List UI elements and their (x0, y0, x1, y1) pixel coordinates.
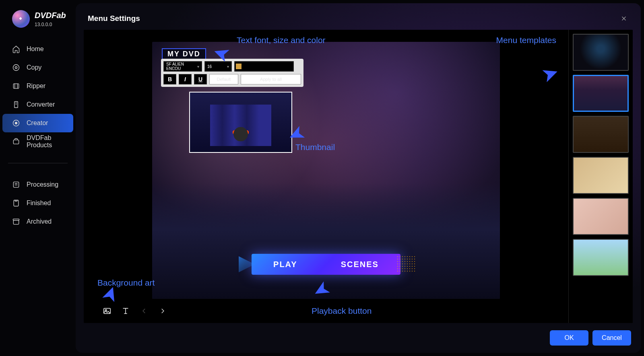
bottom-toolbar (96, 303, 556, 319)
default-button[interactable]: Default (209, 74, 238, 84)
nav-label: DVDFab Products (27, 134, 64, 149)
creator-icon (12, 119, 20, 127)
text-tool-button[interactable] (121, 306, 130, 316)
archived-icon (12, 218, 20, 226)
template-item[interactable] (573, 157, 629, 194)
svg-point-0 (13, 65, 19, 71)
nav-label: Archived (27, 218, 52, 225)
nav-item-processing[interactable]: Processing (0, 175, 76, 194)
nav-label: Creator (27, 119, 48, 127)
close-button[interactable] (619, 14, 629, 23)
arrow-icon: ➤ (96, 282, 124, 305)
template-item[interactable] (573, 75, 629, 112)
sidebar: DVDFab 13.0.0.0 Home Copy Ripper Convert… (0, 0, 76, 356)
copy-icon (12, 64, 20, 72)
nav-item-home[interactable]: Home (0, 40, 76, 58)
dvd-title-text[interactable]: MY DVD (162, 48, 206, 60)
image-icon (103, 307, 111, 315)
svg-rect-9 (13, 220, 19, 224)
nav-primary: Home Copy Ripper Converter Creator DVDFa… (0, 36, 76, 155)
template-item[interactable] (573, 198, 629, 235)
products-icon (12, 138, 20, 146)
template-item[interactable] (573, 34, 629, 71)
playback-button-bar[interactable]: PLAY SCENES (252, 254, 400, 275)
nav-label: Processing (27, 181, 58, 188)
annotation-background-art: Background art (97, 278, 155, 288)
svg-point-1 (15, 67, 17, 69)
app-version: 13.0.0.0 (35, 22, 66, 27)
app-logo (12, 10, 30, 28)
app-name: DVDFab (35, 11, 66, 20)
bold-button[interactable]: B (163, 74, 176, 84)
menu-settings-dialog: Menu Settings Text font, size and color … (76, 3, 641, 353)
dialog-title: Menu Settings (88, 14, 140, 23)
template-item[interactable] (573, 239, 629, 276)
dialog-header: Menu Settings (84, 11, 633, 30)
home-icon (12, 45, 20, 53)
nav-secondary: Processing Finished Archived (0, 171, 76, 235)
thumbnail-image (190, 93, 291, 152)
video-thumbnail[interactable] (189, 92, 292, 153)
template-list (568, 30, 633, 323)
nav-item-converter[interactable]: Converter (0, 95, 76, 114)
svg-rect-10 (13, 219, 19, 220)
text-icon (121, 307, 130, 315)
arrow-icon: ➤ (538, 60, 562, 88)
font-select[interactable]: SF ALIEN ENCOU (163, 61, 202, 72)
svg-rect-7 (13, 182, 19, 187)
italic-button[interactable]: I (179, 74, 192, 84)
svg-rect-6 (13, 140, 19, 144)
nav-label: Finished (27, 200, 51, 207)
nav-separator (8, 163, 68, 163)
underline-button[interactable]: U (194, 74, 207, 84)
brand-block: DVDFab 13.0.0.0 (0, 10, 76, 36)
nav-item-archived[interactable]: Archived (0, 212, 76, 231)
nav-label: Home (27, 45, 44, 53)
nav-label: Converter (27, 101, 55, 108)
preview-area: Text font, size and color ➤ Menu templat… (84, 30, 568, 323)
nav-item-ripper[interactable]: Ripper (0, 77, 76, 95)
ripper-icon (12, 82, 20, 90)
svg-rect-3 (14, 102, 18, 108)
font-size-select[interactable]: 16 (204, 61, 232, 72)
chevron-left-icon (140, 307, 148, 315)
next-page-button[interactable] (158, 306, 167, 316)
dialog-body: Text font, size and color ➤ Menu templat… (84, 30, 633, 323)
ok-button[interactable]: OK (550, 330, 588, 346)
nav-item-copy[interactable]: Copy (0, 58, 76, 77)
dialog-footer: OK Cancel (84, 323, 633, 347)
play-label[interactable]: PLAY (273, 260, 297, 269)
template-item[interactable] (573, 116, 629, 153)
svg-rect-2 (13, 84, 19, 88)
scenes-label[interactable]: SCENES (341, 260, 379, 269)
text-toolbar: SF ALIEN ENCOU 16 B I U Default Apply to… (161, 59, 303, 87)
menu-canvas[interactable]: MY DVD SF ALIEN ENCOU 16 B I U Default A… (152, 42, 500, 299)
annotation-menu-templates: Menu templates (496, 35, 556, 45)
nav-item-products[interactable]: DVDFab Products (0, 132, 76, 151)
color-swatch (236, 64, 242, 69)
finished-icon (12, 199, 20, 207)
nav-item-creator[interactable]: Creator (2, 114, 73, 132)
cancel-button[interactable]: Cancel (592, 330, 631, 346)
nav-label: Copy (27, 64, 41, 71)
processing-icon (12, 181, 20, 189)
nav-item-finished[interactable]: Finished (0, 194, 76, 212)
apply-to-all-button[interactable]: Apply to all (241, 74, 301, 84)
prev-page-button[interactable] (139, 306, 149, 316)
nav-label: Ripper (27, 82, 45, 90)
chevron-right-icon (159, 307, 166, 315)
image-tool-button[interactable] (102, 306, 112, 316)
svg-point-5 (15, 122, 17, 124)
converter-icon (12, 101, 20, 109)
color-select[interactable] (234, 61, 294, 72)
close-icon (620, 15, 627, 22)
